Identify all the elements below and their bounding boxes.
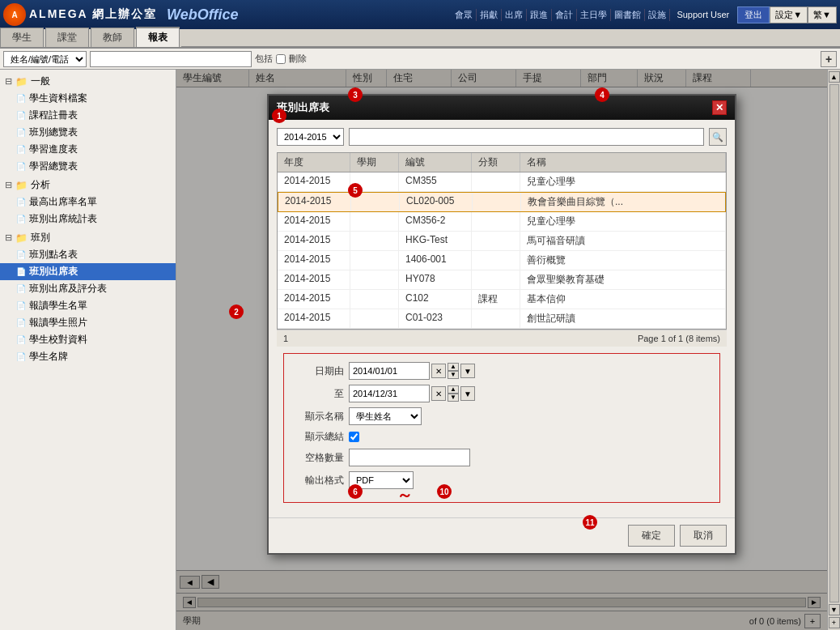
sidebar-item-rollcall[interactable]: 📄 班別點名表 [0,246,176,263]
date-to-down-button[interactable]: ▼ [448,394,459,402]
sidebar-item-class-attendance-stats[interactable]: 📄 班別出席統計表 [0,211,176,228]
modal-dialog: 班別出席表 ✕ 2014-2015 🔍 [267,94,736,555]
display-name-row: 顯示名稱 學生姓名 [292,407,711,425]
tab-teacher[interactable]: 教師 [91,28,134,47]
include-checkbox[interactable] [276,54,286,64]
output-format-label: 輸出格式 [292,474,349,487]
date-from-controls: ✕ ▲ ▼ ▼ [349,362,475,380]
table-row[interactable]: 2014-2015 CL020-005 教會音樂曲目綜覽（... [278,192,726,212]
include-label: 包括 [255,53,273,65]
nav-library[interactable]: 圖書館 [611,9,645,21]
logout-button[interactable]: 登出 [737,6,770,23]
scroll-up-button[interactable]: ▲ [829,71,840,83]
td-code: HKG-Test [399,232,472,250]
sidebar-group-general-title[interactable]: ⊟ 📁 一般 [0,73,176,90]
nav-chuxi[interactable]: 出席 [502,9,527,21]
date-from-input[interactable] [349,362,430,380]
search-input[interactable] [90,51,252,67]
td-year: 2014-2015 [278,270,350,289]
display-name-dropdown[interactable]: 學生姓名 [349,407,422,425]
date-from-spin: ▲ ▼ [448,363,459,379]
sidebar-item-enrolled-list[interactable]: 📄 報讀學生名單 [0,297,176,314]
sidebar-item-attendance[interactable]: 📄 班別出席表 [0,263,176,280]
td-category [472,309,520,328]
sidebar-item-enrolled-photos[interactable]: 📄 報讀學生照片 [0,314,176,331]
modal-th-category: 分類 [472,153,520,172]
modal-filter-row: 2014-2015 🔍 [277,128,727,146]
tab-report[interactable]: 報表 [136,27,180,47]
modal-close-button[interactable]: ✕ [712,100,727,115]
date-from-row: 日期由 ✕ ▲ ▼ ▼ [292,362,711,380]
tab-student[interactable]: 學生 [0,28,44,47]
date-from-down-button[interactable]: ▼ [448,371,459,379]
nav-huizhong[interactable]: 會眾 [452,9,477,21]
date-to-dropdown-button[interactable]: ▼ [460,386,475,401]
sidebar-item-attendance-grade[interactable]: 📄 班別出席及評分表 [0,280,176,297]
tree-icon: 📄 [16,250,26,259]
tree-icon: 📄 [16,215,26,223]
tab-classroom[interactable]: 課堂 [45,28,89,47]
modal-search-input[interactable] [349,128,704,146]
modal-table: 年度 學期 編號 分類 名稱 2014-2015 CM355 [277,152,727,330]
expand-icon-class: ⊟ [5,232,12,243]
output-format-dropdown[interactable]: PDF [349,471,414,489]
table-row[interactable]: 2014-2015 CM356-2 兒童心理學 [278,212,726,232]
cancel-button[interactable]: 取消 [680,525,727,547]
nav-juanxian[interactable]: 捐獻 [477,9,502,21]
table-row[interactable]: 2014-2015 C102 課程 基本信仰 [278,290,726,309]
sidebar-item-class-overview[interactable]: 📄 班別總覽表 [0,124,176,141]
lang-button[interactable]: 繁▼ [808,6,837,23]
modal-th-year: 年度 [278,153,350,172]
nav-zhuri[interactable]: 主日學 [577,9,611,21]
nav-genjin[interactable]: 跟進 [527,9,552,21]
table-row[interactable]: 2014-2015 CM355 兒童心理學 [278,172,726,192]
year-filter-dropdown[interactable]: 2014-2015 [277,128,344,146]
add-button[interactable]: + [821,51,837,67]
sidebar-item-student-profile[interactable]: 📄 學生資料檔案 [0,90,176,107]
td-year: 2014-2015 [278,212,350,231]
date-to-input[interactable] [349,385,430,402]
table-row[interactable]: 2014-2015 C01-023 創世記研讀 [278,309,726,329]
search-type-dropdown[interactable]: 姓名/編號/電話 [3,51,87,67]
delete-label: 刪除 [289,53,307,65]
td-term [350,232,399,250]
add-row-button[interactable]: + [829,617,840,628]
sidebar-group-class-title[interactable]: ⊟ 📁 班別 [0,229,176,246]
date-to-clear-button[interactable]: ✕ [431,386,446,401]
td-year: 2014-2015 [278,290,350,309]
modal-title-bar: 班別出席表 ✕ [269,96,735,120]
table-row[interactable]: 2014-2015 HY078 會眾聖樂教育基礎 [278,270,726,290]
sidebar-item-name-tag[interactable]: 📄 學生名牌 [0,348,176,365]
td-category [472,270,520,289]
sidebar-item-study-overview[interactable]: 📄 學習總覽表 [0,158,176,175]
modal-body: 2014-2015 🔍 年度 學期 編號 分類 名稱 [269,120,735,517]
sidebar-item-verify-data[interactable]: 📄 學生校對資料 [0,331,176,348]
show-summary-label: 顯示總結 [292,430,349,444]
blank-count-input[interactable] [349,449,470,466]
modal-th-code: 編號 [399,153,472,172]
nav-sheshi[interactable]: 設施 [645,9,670,21]
sidebar-item-top-attendance[interactable]: 📄 最高出席率名單 [0,194,176,211]
modal-overlay: 班別出席表 ✕ 2014-2015 🔍 [176,70,827,630]
modal-search-button[interactable]: 🔍 [709,128,727,146]
date-from-clear-button[interactable]: ✕ [431,364,446,378]
show-summary-checkbox[interactable] [349,432,359,442]
td-name: 馬可福音研讀 [520,232,726,250]
sidebar-item-course-register[interactable]: 📄 課程註冊表 [0,107,176,124]
td-code: CM356-2 [399,212,472,231]
class-group-label: 班別 [31,231,50,245]
tree-icon: 📄 [16,352,26,361]
sidebar-item-study-progress[interactable]: 📄 學習進度表 [0,141,176,158]
scroll-down-button[interactable]: ▼ [829,604,840,615]
date-from-dropdown-button[interactable]: ▼ [460,364,475,378]
td-term [350,212,399,231]
settings-button[interactable]: 設定▼ [770,6,808,23]
nav-kuaiji[interactable]: 會計 [552,9,577,21]
date-from-up-button[interactable]: ▲ [448,363,459,371]
table-row[interactable]: 2014-2015 HKG-Test 馬可福音研讀 [278,232,726,251]
date-to-up-button[interactable]: ▲ [448,385,459,394]
modal-title: 班別出席表 [277,100,329,115]
confirm-button[interactable]: 確定 [628,525,675,547]
table-row[interactable]: 2014-2015 1406-001 善衍概覽 [278,251,726,270]
sidebar-group-analysis-title[interactable]: ⊟ 📁 分析 [0,177,176,194]
